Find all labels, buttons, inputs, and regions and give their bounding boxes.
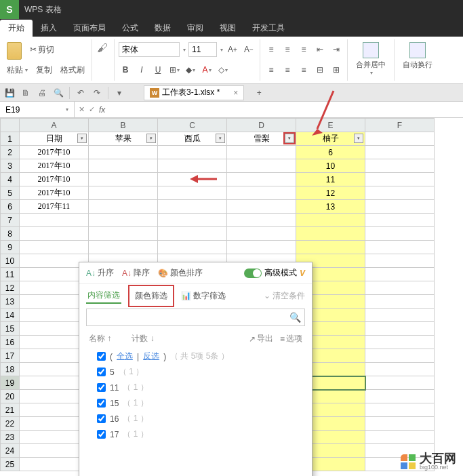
cell[interactable]: 2017年10 [20, 173, 89, 186]
indent-left-icon[interactable]: ⇤ [313, 43, 327, 56]
filter-value-item[interactable]: 5 （ 1 ） [89, 364, 302, 380]
row-header[interactable]: 19 [1, 376, 20, 390]
row-header[interactable]: 16 [1, 336, 20, 349]
filter-tab-color[interactable]: 颜色筛选 [131, 287, 172, 304]
row-header[interactable]: 13 [1, 295, 20, 309]
cell[interactable] [365, 268, 435, 281]
font-name-select[interactable] [119, 42, 180, 57]
search-icon[interactable]: 🔍 [289, 312, 301, 323]
ribbon-tab-insert[interactable]: 插入 [33, 20, 65, 37]
cell[interactable] [20, 241, 89, 254]
row-header[interactable]: 6 [1, 200, 20, 214]
cell[interactable] [365, 281, 435, 295]
cell[interactable] [365, 417, 435, 431]
ribbon-tab-formula[interactable]: 公式 [114, 20, 146, 37]
filter-dropdown-icon[interactable]: ▾ [146, 134, 156, 143]
row-header[interactable]: 20 [1, 390, 20, 403]
col-header-a[interactable]: A [20, 119, 89, 132]
cell[interactable] [365, 403, 435, 417]
filter-dropdown-icon[interactable]: ▾ [285, 134, 294, 143]
ribbon-tab-view[interactable]: 视图 [212, 20, 244, 37]
qat-undo-icon[interactable]: ↶ [75, 87, 86, 98]
cell[interactable] [227, 186, 296, 200]
sort-asc-button[interactable]: A↓升序 [86, 267, 114, 279]
cell[interactable] [365, 309, 435, 322]
cell[interactable] [227, 159, 296, 173]
filter-tab-content[interactable]: 内容筛选 [86, 288, 121, 304]
cell[interactable]: 12 [296, 186, 365, 200]
underline-button[interactable]: U [151, 63, 165, 77]
ribbon-tab-home[interactable]: 开始 [0, 20, 33, 37]
cell[interactable] [89, 214, 158, 227]
col-header-d[interactable]: D [227, 119, 296, 132]
cell[interactable]: 日期▾ [20, 132, 89, 146]
cell[interactable] [158, 227, 227, 241]
qat-more-icon[interactable]: ▾ [114, 87, 125, 98]
col-header-e[interactable]: E [296, 119, 365, 132]
cell[interactable] [365, 214, 435, 227]
align-center-icon[interactable]: ≡ [281, 63, 294, 77]
italic-button[interactable]: I [135, 63, 148, 77]
options-button[interactable]: ≡ 选项 [280, 333, 302, 344]
cell[interactable] [89, 146, 158, 159]
ribbon-tab-data[interactable]: 数据 [146, 20, 179, 37]
cell[interactable] [89, 227, 158, 241]
row-header[interactable]: 5 [1, 186, 20, 200]
sort-by-name[interactable]: 名称 ↑ [89, 333, 111, 344]
select-all-checkbox[interactable] [97, 352, 106, 361]
row-header[interactable]: 8 [1, 227, 20, 241]
filter-value-item[interactable]: 16 （ 1 ） [89, 411, 302, 427]
cell[interactable] [89, 241, 158, 254]
qat-save-icon[interactable]: 💾 [4, 87, 15, 98]
cell[interactable] [227, 227, 296, 241]
row-header[interactable]: 9 [1, 241, 20, 254]
cell[interactable]: 2017年10 [20, 159, 89, 173]
select-all-corner[interactable] [1, 119, 20, 132]
qat-print-icon[interactable]: 🖨 [37, 87, 47, 98]
close-icon[interactable]: × [233, 88, 238, 98]
cell[interactable]: 10 [296, 159, 365, 173]
filter-value-item[interactable]: 11 （ 1 ） [89, 380, 302, 395]
color-sort-button[interactable]: 🎨颜色排序 [158, 267, 203, 279]
cell[interactable] [365, 173, 435, 186]
clear-filter-button[interactable]: ⌄清空条件 [264, 290, 305, 302]
filter-item-checkbox[interactable] [97, 368, 106, 376]
qat-preview-icon[interactable]: 🔍 [53, 87, 64, 98]
cell[interactable] [365, 186, 435, 200]
align-left-icon[interactable]: ≡ [264, 63, 278, 77]
fill-color-button[interactable]: ◆▾ [184, 63, 197, 77]
cell[interactable] [89, 186, 158, 200]
filter-item-checkbox[interactable] [97, 383, 106, 392]
cell[interactable] [365, 254, 435, 268]
col-header-c[interactable]: C [158, 119, 227, 132]
decrease-font-icon[interactable]: A− [242, 43, 256, 56]
increase-font-icon[interactable]: A+ [226, 43, 239, 56]
cell[interactable] [227, 241, 296, 254]
cell[interactable] [365, 349, 435, 363]
cell[interactable] [365, 390, 435, 403]
cell[interactable] [365, 363, 435, 376]
row-header[interactable]: 12 [1, 281, 20, 295]
format-painter-button[interactable]: 格式刷 [58, 63, 87, 77]
cell[interactable]: 雪梨▾ [227, 132, 296, 146]
row-header[interactable]: 2 [1, 146, 20, 159]
row-header[interactable]: 15 [1, 322, 20, 336]
paste-label[interactable]: 粘贴▾ [4, 63, 31, 77]
filter-dropdown-icon[interactable]: ▾ [77, 134, 87, 143]
filter-value-item[interactable]: 17 （ 1 ） [89, 427, 302, 442]
col-header-b[interactable]: B [89, 119, 158, 132]
cell[interactable] [89, 200, 158, 214]
align-right-icon[interactable]: ≡ [297, 63, 310, 77]
row-header[interactable]: 18 [1, 363, 20, 376]
cell[interactable] [158, 241, 227, 254]
cell[interactable] [158, 173, 227, 186]
cell[interactable] [158, 214, 227, 227]
cell[interactable] [20, 227, 89, 241]
export-button[interactable]: ↗ 导出 [249, 333, 273, 344]
filter-item-checkbox[interactable] [97, 399, 106, 408]
cell[interactable] [365, 132, 435, 146]
cell[interactable] [89, 173, 158, 186]
ribbon-tab-review[interactable]: 审阅 [179, 20, 212, 37]
col-header-f[interactable]: F [365, 119, 435, 132]
cell[interactable] [365, 159, 435, 173]
